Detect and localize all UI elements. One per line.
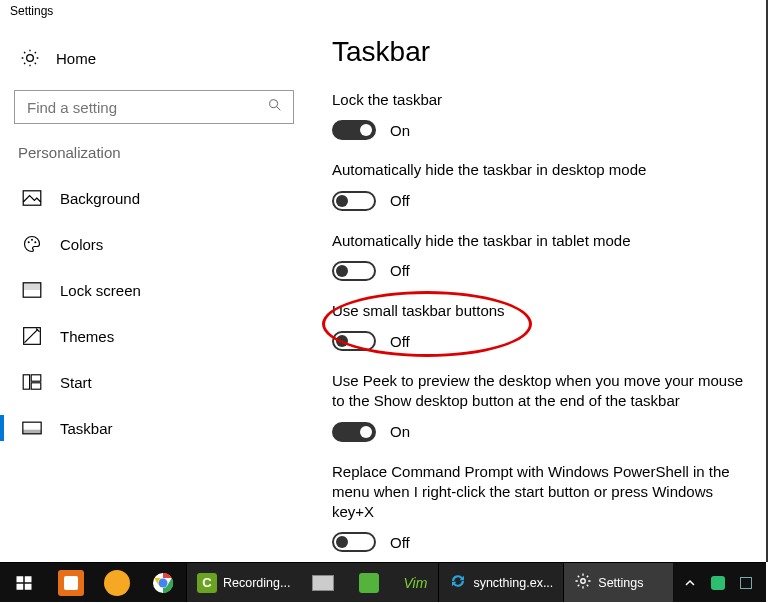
toggle-switch[interactable] <box>332 120 376 140</box>
toggle-state-label: Off <box>390 262 410 279</box>
themes-icon <box>22 326 42 346</box>
taskbar-app-label: syncthing.ex... <box>473 576 553 590</box>
window-title: Settings <box>0 0 766 24</box>
gear-icon <box>574 572 592 593</box>
toggle-switch[interactable] <box>332 261 376 281</box>
setting-3: Use small taskbar buttonsOff <box>332 301 746 351</box>
sidebar-item-label: Start <box>60 374 92 391</box>
sidebar-item-taskbar[interactable]: Taskbar <box>14 405 294 451</box>
setting-0: Lock the taskbarOn <box>332 90 746 140</box>
taskbar-icon <box>22 421 42 435</box>
sidebar-item-label: Lock screen <box>60 282 141 299</box>
svg-point-3 <box>28 241 30 243</box>
system-tray <box>676 563 766 602</box>
tray-icon[interactable] <box>704 576 732 590</box>
sidebar-item-start[interactable]: Start <box>14 359 294 405</box>
taskbar-app-syncthing[interactable]: syncthing.ex... <box>438 563 563 602</box>
svg-rect-13 <box>23 430 41 434</box>
sidebar-category: Personalization <box>14 144 294 161</box>
home-nav[interactable]: Home <box>14 36 294 80</box>
svg-rect-17 <box>25 583 32 589</box>
svg-point-5 <box>34 241 36 243</box>
setting-label: Lock the taskbar <box>332 90 746 110</box>
sidebar-item-label: Taskbar <box>60 420 113 437</box>
taskbar-app[interactable] <box>94 563 140 602</box>
svg-line-1 <box>277 107 280 110</box>
svg-rect-16 <box>17 583 24 589</box>
taskbar-app-label: Recording... <box>223 576 290 590</box>
taskbar-app-terminal[interactable] <box>300 563 346 602</box>
taskbar-app-chrome[interactable] <box>140 563 186 602</box>
toggle-switch[interactable] <box>332 532 376 552</box>
tray-icon[interactable] <box>732 577 760 589</box>
toggle-switch[interactable] <box>332 191 376 211</box>
svg-point-4 <box>31 239 33 241</box>
os-taskbar: C Recording... Vim syncthing.ex... Setti… <box>0 562 766 602</box>
toggle-state-label: On <box>390 423 410 440</box>
main-panel: Taskbar Lock the taskbarOnAutomatically … <box>308 24 766 562</box>
svg-rect-15 <box>25 576 32 582</box>
toggle-state-label: Off <box>390 534 410 551</box>
svg-point-20 <box>581 579 586 584</box>
sidebar-item-themes[interactable]: Themes <box>14 313 294 359</box>
sidebar: Home Personalization Background <box>0 24 308 562</box>
setting-label: Automatically hide the taskbar in tablet… <box>332 231 746 251</box>
setting-2: Automatically hide the taskbar in tablet… <box>332 231 746 281</box>
content-area: Home Personalization Background <box>0 24 766 562</box>
toggle-state-label: On <box>390 122 410 139</box>
picture-icon <box>22 190 42 206</box>
toggle-switch[interactable] <box>332 331 376 351</box>
sidebar-item-label: Themes <box>60 328 114 345</box>
sidebar-item-background[interactable]: Background <box>14 175 294 221</box>
toggle-state-label: Off <box>390 192 410 209</box>
svg-rect-7 <box>23 283 41 290</box>
start-button[interactable] <box>0 563 48 602</box>
taskbar-app-vim[interactable]: Vim <box>392 563 438 602</box>
lockscreen-icon <box>22 282 42 298</box>
sidebar-item-lockscreen[interactable]: Lock screen <box>14 267 294 313</box>
refresh-icon <box>449 572 467 593</box>
setting-1: Automatically hide the taskbar in deskto… <box>332 160 746 210</box>
search-input-container[interactable] <box>14 90 294 124</box>
setting-label: Replace Command Prompt with Windows Powe… <box>332 462 746 523</box>
sidebar-item-label: Colors <box>60 236 103 253</box>
settings-window: Settings Home Personalization <box>0 0 768 562</box>
taskbar-app-recording[interactable]: C Recording... <box>186 563 300 602</box>
taskbar-app-label: Settings <box>598 576 643 590</box>
page-title: Taskbar <box>332 36 746 68</box>
gear-icon <box>20 48 40 68</box>
svg-rect-9 <box>23 375 29 389</box>
toggle-switch[interactable] <box>332 422 376 442</box>
search-input[interactable] <box>25 98 255 117</box>
svg-point-19 <box>159 578 168 587</box>
taskbar-app-settings[interactable]: Settings <box>563 563 673 602</box>
search-icon <box>267 97 283 117</box>
svg-rect-14 <box>17 576 24 582</box>
tray-overflow[interactable] <box>676 578 704 588</box>
svg-rect-11 <box>31 383 41 389</box>
sidebar-item-label: Background <box>60 190 140 207</box>
svg-rect-10 <box>31 375 41 381</box>
sidebar-item-colors[interactable]: Colors <box>14 221 294 267</box>
taskbar-app[interactable] <box>48 563 94 602</box>
home-label: Home <box>56 50 96 67</box>
toggle-state-label: Off <box>390 333 410 350</box>
setting-label: Automatically hide the taskbar in deskto… <box>332 160 746 180</box>
svg-point-0 <box>270 100 278 108</box>
palette-icon <box>22 234 42 254</box>
setting-4: Use Peek to preview the desktop when you… <box>332 371 746 442</box>
start-icon <box>22 374 42 390</box>
setting-label: Use small taskbar buttons <box>332 301 746 321</box>
setting-label: Use Peek to preview the desktop when you… <box>332 371 746 412</box>
taskbar-app-evernote[interactable] <box>346 563 392 602</box>
setting-5: Replace Command Prompt with Windows Powe… <box>332 462 746 553</box>
